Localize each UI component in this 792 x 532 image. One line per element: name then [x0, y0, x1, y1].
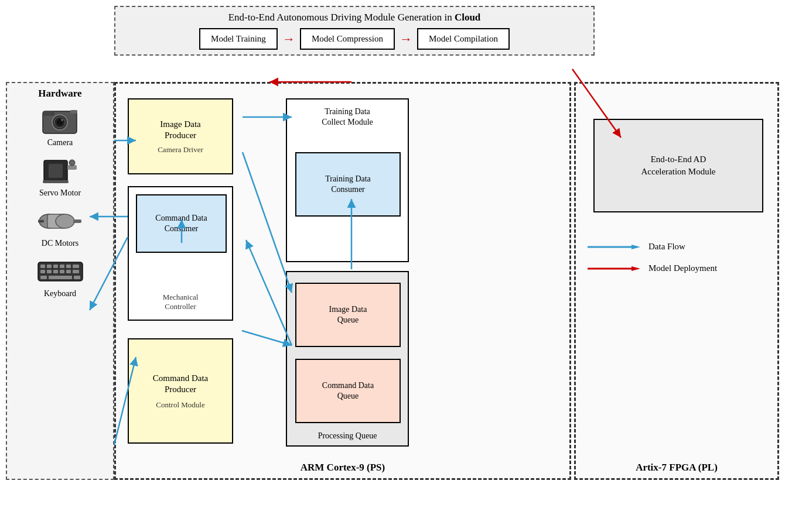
cloud-title: End-to-End Autonomous Driving Module Gen…	[120, 12, 589, 23]
svg-rect-25	[40, 270, 45, 273]
svg-rect-24	[73, 265, 79, 268]
command-data-queue-box: Command DataQueue	[295, 359, 401, 423]
fpga-acceleration-label: End-to-End ADAcceleration Module	[641, 153, 715, 178]
svg-rect-23	[66, 265, 71, 268]
training-data-collect-box: Training DataCollect Module Training Dat…	[286, 98, 409, 262]
model-deployment-arrow	[588, 265, 640, 273]
svg-marker-37	[631, 266, 640, 271]
fpga-title: Artix-7 FPGA (PL)	[636, 462, 718, 473]
fpga-section: Artix-7 FPGA (PL) End-to-End ADAccelerat…	[574, 82, 779, 480]
camera-item: Camera	[37, 104, 84, 147]
svg-rect-20	[47, 265, 52, 268]
model-training-label: Model Training	[211, 34, 266, 43]
svg-rect-8	[49, 164, 63, 178]
svg-point-4	[61, 119, 63, 121]
data-flow-label: Data Flow	[648, 242, 685, 252]
image-data-queue-box: Image DataQueue	[295, 283, 401, 347]
training-data-collect-label: Training DataCollect Module	[317, 107, 378, 128]
data-flow-arrow	[588, 243, 640, 251]
training-data-consumer-box: Training DataConsumer	[295, 152, 401, 217]
cloud-modules: Model Training → Model Compression → Mod…	[120, 28, 589, 50]
svg-rect-27	[53, 270, 58, 273]
model-training-box: Model Training	[199, 28, 278, 50]
cloud-title-bold: Cloud	[455, 12, 480, 23]
arm-title: ARM Cortex-9 (PS)	[301, 462, 385, 473]
data-flow-legend: Data Flow	[588, 242, 763, 252]
svg-rect-6	[70, 110, 77, 114]
camera-icon	[37, 104, 84, 136]
dc-motors-label: DC Motors	[42, 239, 78, 248]
cloud-section: End-to-End Autonomous Driving Module Gen…	[114, 6, 595, 56]
camera-label: Camera	[47, 138, 73, 147]
svg-rect-32	[40, 276, 47, 279]
servo-motor-item: Servo Motor	[37, 155, 84, 198]
svg-rect-30	[73, 270, 79, 273]
dc-motors-item: DC Motors	[37, 205, 84, 248]
dc-motor-svg	[37, 206, 84, 236]
model-deployment-legend: Model Deployment	[588, 263, 763, 273]
model-deployment-label: Model Deployment	[648, 263, 717, 273]
model-compression-box: Model Compression	[300, 28, 395, 50]
svg-rect-15	[73, 219, 81, 223]
image-data-producer-label: Image DataProducer	[160, 119, 201, 142]
keyboard-icon	[37, 255, 84, 287]
servo-motor-label: Servo Motor	[39, 188, 81, 198]
keyboard-item: Keyboard	[37, 255, 84, 298]
fpga-title-text: Artix-7 FPGA (PL)	[636, 462, 718, 473]
mechanical-controller-label: MechanicalController	[163, 293, 199, 311]
svg-rect-31	[49, 276, 72, 279]
model-compilation-label: Model Compilation	[429, 34, 498, 43]
command-data-producer-box: Command DataProducer Control Module	[128, 338, 233, 444]
svg-rect-5	[43, 111, 54, 116]
servo-motor-icon	[37, 155, 84, 187]
blue-arrow-svg	[588, 243, 640, 251]
svg-rect-11	[43, 180, 69, 183]
command-data-producer-label: Command DataProducer	[153, 373, 209, 396]
cloud-title-text: End-to-End Autonomous Driving Module Gen…	[228, 12, 455, 23]
arrow-compression-to-compilation: →	[400, 32, 412, 47]
dc-motors-icon	[37, 205, 84, 237]
hardware-title: Hardware	[38, 88, 81, 99]
svg-point-14	[56, 214, 74, 228]
svg-rect-22	[60, 265, 64, 268]
svg-rect-19	[40, 265, 45, 268]
command-data-consumer-box: Command DataConsumer	[136, 194, 227, 253]
hardware-section: Hardware Camera	[6, 82, 114, 480]
svg-point-10	[69, 160, 75, 166]
red-arrow-svg	[588, 265, 640, 273]
svg-marker-35	[631, 245, 640, 249]
processing-queue-label: Processing Queue	[318, 431, 377, 441]
keyboard-label: Keyboard	[44, 289, 76, 298]
image-data-queue-label: Image DataQueue	[329, 304, 367, 325]
command-data-consumer-label: Command DataConsumer	[155, 213, 207, 234]
svg-rect-21	[53, 265, 58, 268]
mechanical-controller-box: Command DataConsumer MechanicalControlle…	[128, 186, 233, 321]
svg-rect-26	[47, 270, 52, 273]
arm-section: ARM Cortex-9 (PS) Image DataProducer Cam…	[114, 82, 571, 480]
camera-driver-label: Camera Driver	[158, 145, 203, 155]
model-compression-label: Model Compression	[312, 34, 383, 43]
model-compilation-box: Model Compilation	[417, 28, 510, 50]
svg-rect-29	[66, 270, 71, 273]
training-data-consumer-label: Training DataConsumer	[325, 174, 371, 195]
processing-queue-box: Image DataQueue Command DataQueue Proces…	[286, 271, 409, 447]
command-data-queue-label: Command DataQueue	[322, 380, 374, 401]
servo-svg	[38, 156, 82, 186]
image-data-producer-box: Image DataProducer Camera Driver	[128, 98, 233, 174]
legend: Data Flow Model Deployment	[588, 242, 763, 284]
camera-svg	[38, 105, 82, 136]
control-module-label: Control Module	[156, 400, 204, 410]
fpga-acceleration-box: End-to-End ADAcceleration Module	[593, 119, 763, 212]
svg-rect-33	[74, 276, 80, 279]
arrow-training-to-compression: →	[282, 32, 295, 47]
svg-rect-28	[60, 270, 64, 273]
keyboard-svg	[37, 260, 84, 283]
